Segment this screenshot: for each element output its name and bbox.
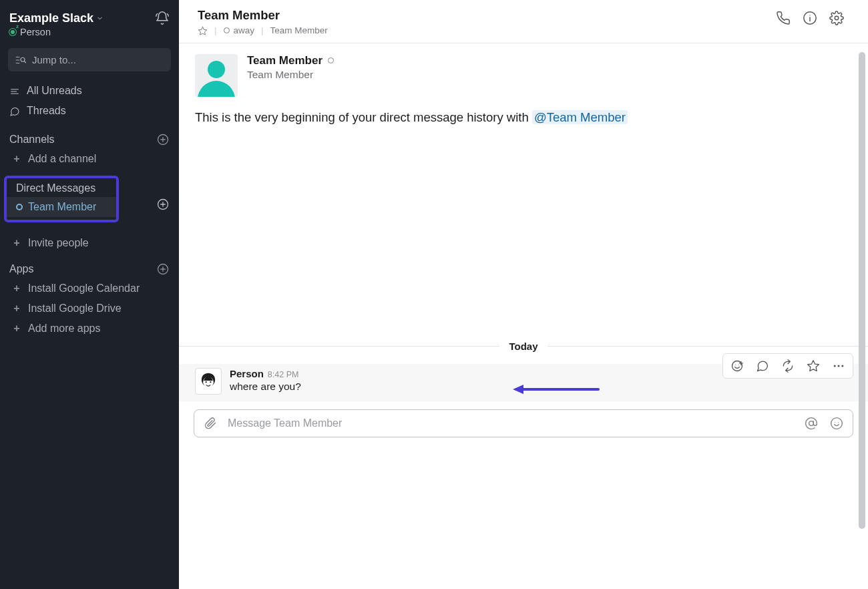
add-channel-label: Add a channel: [28, 153, 96, 165]
svg-point-20: [809, 15, 810, 15]
add-reaction-icon[interactable]: [724, 355, 750, 377]
nav-threads[interactable]: Threads: [0, 101, 179, 121]
current-user[interactable]: Person: [0, 27, 179, 44]
thread-reply-icon[interactable]: [750, 355, 775, 377]
svg-marker-27: [808, 360, 819, 371]
notifications-icon[interactable]: [155, 11, 170, 25]
plus-icon: +: [12, 282, 21, 294]
svg-point-23: [735, 365, 736, 365]
plus-icon: +: [12, 303, 21, 315]
app-label: Install Google Drive: [28, 303, 122, 315]
status-word: away: [234, 25, 255, 35]
message-text: where are you?: [230, 381, 301, 393]
channels-header-label: Channels: [9, 134, 55, 146]
presence-away-icon: [328, 57, 334, 63]
settings-gear-icon[interactable]: [829, 11, 844, 25]
svg-point-28: [834, 365, 836, 367]
dm-header-label[interactable]: Direct Messages: [16, 182, 95, 194]
add-app-icon[interactable]: [156, 262, 170, 276]
presence-away-icon: [224, 27, 230, 33]
intro-sentence: This is the very beginning of your direc…: [195, 109, 852, 127]
message-actions: [722, 353, 853, 379]
sidebar: Example Slack Person Jump to... A: [0, 0, 179, 589]
nav-all-unreads-label: All Unreads: [27, 85, 82, 97]
emoji-icon[interactable]: [830, 417, 843, 430]
app-item-more[interactable]: + Add more apps: [0, 319, 179, 339]
composer-input[interactable]: [226, 417, 795, 430]
chat-title[interactable]: Team Member: [198, 8, 328, 23]
avatar[interactable]: [195, 54, 238, 97]
dm-item-active[interactable]: Team Member: [7, 197, 116, 217]
share-icon[interactable]: [775, 355, 801, 377]
jump-to[interactable]: Jump to...: [8, 48, 171, 71]
save-star-icon[interactable]: [801, 355, 826, 377]
svg-point-40: [838, 422, 839, 423]
svg-point-21: [835, 16, 839, 20]
message[interactable]: Person8:42 PM where are you?: [179, 364, 868, 401]
align-icon: [9, 85, 20, 97]
chat-pane: Team Member | away | Team Member: [179, 0, 868, 589]
svg-point-24: [738, 365, 739, 365]
plus-icon: +: [12, 153, 21, 165]
scrollbar[interactable]: [859, 52, 865, 529]
current-user-name: Person: [20, 27, 51, 37]
intro-name[interactable]: Team Member: [247, 54, 322, 67]
mention[interactable]: @Team Member: [532, 110, 628, 124]
add-channel-icon[interactable]: [156, 133, 170, 146]
channels-header[interactable]: Channels: [0, 124, 179, 149]
plus-icon: +: [12, 237, 21, 249]
app-item-gcal[interactable]: + Install Google Calendar: [0, 278, 179, 299]
svg-point-37: [809, 421, 814, 425]
mention-icon[interactable]: [805, 417, 818, 430]
invite-people[interactable]: + Invite people: [0, 233, 179, 253]
svg-line-4: [24, 61, 25, 63]
intro-subname: Team Member: [247, 69, 334, 81]
thread-icon: [9, 105, 20, 117]
svg-marker-36: [513, 385, 523, 394]
annotation-arrow-icon: [513, 383, 600, 396]
chevron-down-icon: [96, 13, 103, 23]
dm-item-label: Team Member: [28, 201, 96, 213]
message-author[interactable]: Person: [230, 368, 264, 379]
svg-point-30: [841, 365, 843, 367]
attach-icon[interactable]: [204, 417, 217, 430]
star-icon[interactable]: [198, 25, 208, 36]
workspace-name: Example Slack: [9, 11, 93, 25]
presence-away-icon: [16, 204, 23, 210]
message-composer[interactable]: [194, 409, 853, 437]
plus-icon: +: [12, 323, 21, 335]
nav-threads-label: Threads: [27, 105, 66, 117]
presence-status: away: [224, 25, 255, 35]
apps-header-label: Apps: [9, 263, 33, 275]
svg-marker-17: [198, 27, 207, 35]
dm-highlight: Direct Messages Team Member: [4, 176, 119, 222]
search-list-icon: [15, 53, 27, 66]
svg-point-34: [210, 381, 211, 383]
nav-all-unreads[interactable]: All Unreads: [0, 81, 179, 101]
avatar[interactable]: [195, 368, 222, 395]
call-icon[interactable]: [776, 11, 791, 25]
apps-header[interactable]: Apps: [0, 253, 179, 278]
workspace-switcher[interactable]: Example Slack: [9, 11, 103, 25]
svg-point-33: [206, 381, 207, 383]
app-label: Add more apps: [28, 323, 101, 335]
date-divider: Today: [179, 341, 868, 352]
svg-point-39: [835, 422, 835, 423]
new-dm-icon[interactable]: [156, 184, 179, 211]
jump-placeholder: Jump to...: [32, 54, 76, 65]
invite-people-label: Invite people: [28, 237, 89, 249]
info-icon[interactable]: [803, 11, 817, 25]
svg-point-38: [831, 417, 843, 429]
more-actions-icon[interactable]: [826, 355, 851, 377]
app-item-gdrive[interactable]: + Install Google Drive: [0, 299, 179, 319]
dm-intro: Team Member Team Member This is the very…: [179, 43, 868, 127]
app-label: Install Google Calendar: [28, 282, 140, 294]
message-time[interactable]: 8:42 PM: [268, 370, 299, 379]
presence-active-icon: [9, 29, 16, 35]
chat-header: Team Member | away | Team Member: [179, 0, 868, 43]
breadcrumb-name: Team Member: [270, 25, 328, 35]
add-channel[interactable]: + Add a channel: [0, 149, 179, 169]
date-divider-label: Today: [499, 341, 547, 352]
svg-point-29: [838, 365, 840, 367]
